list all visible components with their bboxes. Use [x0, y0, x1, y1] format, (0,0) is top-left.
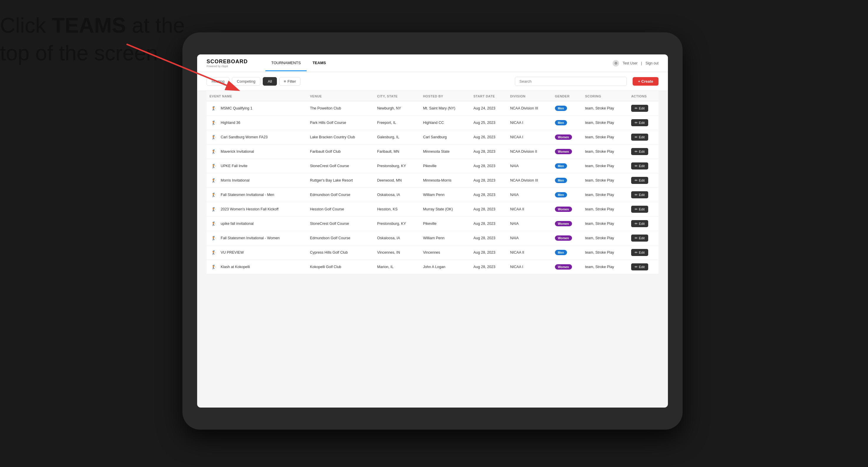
cell-city-state-6: Oskaloosa, IA [374, 188, 420, 202]
settings-icon[interactable]: ⚙ [613, 60, 619, 66]
cell-start-date-11: Aug 28, 2023 [470, 260, 507, 274]
cell-start-date-4: Aug 28, 2023 [470, 159, 507, 173]
col-hosted-by: HOSTED BY [420, 91, 470, 101]
nav-teams[interactable]: TEAMS [307, 55, 332, 71]
cell-start-date-10: Aug 28, 2023 [470, 245, 507, 260]
cell-actions-6: ✏ Edit [628, 188, 658, 202]
cell-actions-10: ✏ Edit [628, 245, 658, 260]
table-row: 🏌 Highland 36 Park Hills Golf Course Fre… [207, 116, 658, 130]
cell-actions-8: ✏ Edit [628, 217, 658, 231]
cell-scoring-9: team, Stroke Play [582, 231, 628, 245]
edit-button-2[interactable]: ✏ Edit [631, 133, 648, 141]
cell-hosted-by-10: Vincennes [420, 245, 470, 260]
edit-icon-2: ✏ [635, 135, 638, 139]
cell-scoring-11: team, Stroke Play [582, 260, 628, 274]
cell-division-1: NICAA I [507, 116, 552, 130]
edit-button-11[interactable]: ✏ Edit [631, 263, 648, 271]
edit-label-6: Edit [639, 193, 645, 196]
instruction-bold: TEAMS [52, 13, 126, 37]
event-name-label-4: UPKE Fall Invite [221, 164, 247, 168]
edit-button-10[interactable]: ✏ Edit [631, 249, 648, 256]
table-row: 🏌 MSMC Qualifying 1 The Powelton Club Ne… [207, 101, 658, 116]
gender-badge-11: Women [555, 264, 572, 270]
cell-venue-9: Edmundson Golf Course [307, 231, 374, 245]
col-scoring: SCORING [582, 91, 628, 101]
cell-venue-2: Lake Bracken Country Club [307, 130, 374, 145]
gender-badge-1: Men [555, 120, 567, 125]
gender-badge-2: Women [555, 134, 572, 140]
table-row: 🏌 Fall Statesmen Invitational - Men Edmu… [207, 188, 658, 202]
gender-badge-9: Women [555, 236, 572, 241]
edit-icon-3: ✏ [635, 150, 638, 154]
edit-button-9[interactable]: ✏ Edit [631, 235, 648, 242]
filter-button[interactable]: ≡ Filter [279, 77, 300, 86]
cell-gender-0: Men [552, 101, 582, 116]
nav-signout[interactable]: Sign out [646, 61, 658, 65]
gender-badge-10: Men [555, 250, 567, 255]
edit-button-1[interactable]: ✏ Edit [631, 119, 648, 126]
cell-venue-10: Cypress Hills Golf Club [307, 245, 374, 260]
table-row: 🏌 upike fall invitational StoneCrest Gol… [207, 217, 658, 231]
edit-icon-11: ✏ [635, 265, 638, 269]
gender-badge-7: Women [555, 207, 572, 212]
edit-button-7[interactable]: ✏ Edit [631, 206, 648, 213]
cell-event-name-7: 🏌 2023 Women's Hesston Fall Kickoff [207, 202, 307, 217]
event-name-label-5: Morris Invitational [221, 178, 249, 182]
edit-icon-4: ✏ [635, 164, 638, 168]
event-name-label-9: Fall Statesmen Invitational - Women [221, 236, 280, 240]
edit-button-6[interactable]: ✏ Edit [631, 191, 648, 198]
cell-event-name-8: 🏌 upike fall invitational [207, 217, 307, 231]
event-name-label-6: Fall Statesmen Invitational - Men [221, 193, 274, 197]
cell-division-3: NCAA Division II [507, 145, 552, 159]
edit-button-5[interactable]: ✏ Edit [631, 177, 648, 184]
cell-division-2: NICAA I [507, 130, 552, 145]
edit-label-5: Edit [639, 179, 645, 182]
event-icon-6: 🏌 [210, 191, 218, 199]
col-city-state: CITY, STATE [374, 91, 420, 101]
edit-button-0[interactable]: ✏ Edit [631, 105, 648, 112]
edit-icon-10: ✏ [635, 250, 638, 254]
cell-gender-11: Women [552, 260, 582, 274]
gender-badge-4: Men [555, 163, 567, 168]
edit-icon-9: ✏ [635, 236, 638, 240]
cell-city-state-5: Deerwood, MN [374, 173, 420, 188]
col-venue: VENUE [307, 91, 374, 101]
table-row: 🏌 Fall Statesmen Invitational - Women Ed… [207, 231, 658, 245]
cell-gender-10: Men [552, 245, 582, 260]
edit-icon-5: ✏ [635, 178, 638, 182]
event-icon-2: 🏌 [210, 133, 218, 141]
nav-user: Test User [623, 61, 638, 65]
tab-all[interactable]: All [263, 77, 277, 86]
cell-scoring-8: team, Stroke Play [582, 217, 628, 231]
cell-scoring-0: team, Stroke Play [582, 101, 628, 116]
edit-label-9: Edit [639, 236, 645, 240]
gender-badge-3: Women [555, 149, 572, 154]
search-input[interactable] [515, 77, 627, 86]
instruction-line1: Click TEAMS at the [0, 13, 185, 37]
cell-gender-4: Men [552, 159, 582, 173]
create-button[interactable]: + Create [632, 77, 658, 86]
edit-button-3[interactable]: ✏ Edit [631, 148, 648, 155]
edit-label-7: Edit [639, 208, 645, 211]
edit-button-8[interactable]: ✏ Edit [631, 220, 648, 227]
cell-gender-3: Women [552, 145, 582, 159]
cell-venue-7: Hesston Golf Course [307, 202, 374, 217]
col-division: DIVISION [507, 91, 552, 101]
cell-event-name-0: 🏌 MSMC Qualifying 1 [207, 101, 307, 116]
nav-right: ⚙ Test User | Sign out [613, 60, 658, 66]
cell-event-name-1: 🏌 Highland 36 [207, 116, 307, 130]
cell-gender-1: Men [552, 116, 582, 130]
nav-tournaments[interactable]: TOURNAMENTS [266, 55, 307, 71]
cell-hosted-by-2: Carl Sandburg [420, 130, 470, 145]
edit-button-4[interactable]: ✏ Edit [631, 162, 648, 169]
event-icon-8: 🏌 [210, 220, 218, 228]
cell-division-0: NCAA Division III [507, 101, 552, 116]
cell-event-name-2: 🏌 Carl Sandburg Women FA23 [207, 130, 307, 145]
cell-city-state-9: Oskaloosa, IA [374, 231, 420, 245]
cell-hosted-by-7: Murray State (OK) [420, 202, 470, 217]
edit-label-0: Edit [639, 106, 645, 110]
table-row: 🏌 Klash at Kokopelli Kokopelli Golf Club… [207, 260, 658, 274]
cell-actions-9: ✏ Edit [628, 231, 658, 245]
cell-scoring-4: team, Stroke Play [582, 159, 628, 173]
cell-actions-11: ✏ Edit [628, 260, 658, 274]
